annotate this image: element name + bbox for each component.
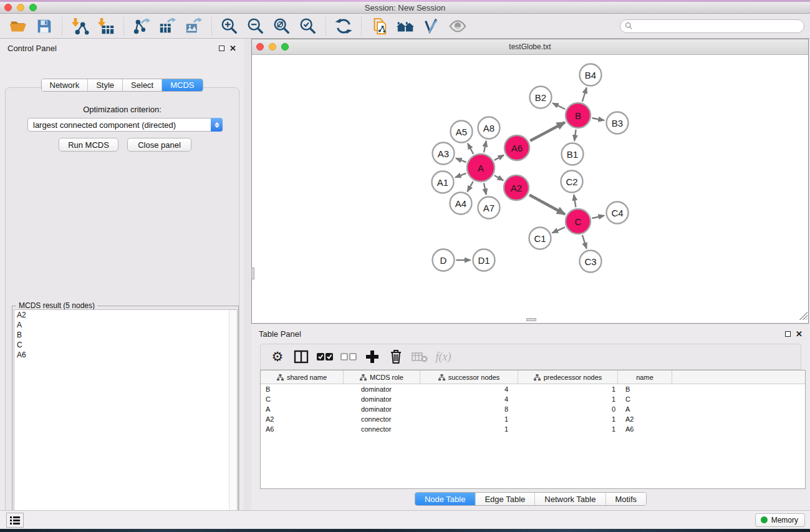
unselect-all-columns-icon[interactable] bbox=[339, 347, 358, 366]
graph-node-A6[interactable]: A6 bbox=[504, 135, 529, 160]
task-history-list-button[interactable] bbox=[6, 513, 24, 528]
graph-node-C3[interactable]: C3 bbox=[580, 251, 602, 273]
graph-edge-A-A6[interactable] bbox=[494, 155, 504, 160]
canvas-vertical-scrollbar-thumb[interactable] bbox=[251, 268, 254, 279]
column-header-shared-name[interactable]: shared name bbox=[261, 370, 344, 384]
open-session-icon[interactable] bbox=[8, 16, 28, 36]
result-list-scrollbar[interactable] bbox=[229, 310, 237, 515]
zoom-in-icon[interactable] bbox=[219, 16, 239, 36]
column-header-name[interactable]: name bbox=[618, 370, 672, 384]
graph-node-B4[interactable]: B4 bbox=[580, 64, 602, 86]
graph-node-C4[interactable]: C4 bbox=[607, 202, 629, 224]
search-input[interactable] bbox=[635, 21, 804, 32]
graph-node-D[interactable]: D bbox=[433, 249, 455, 271]
graph-node-A5[interactable]: A5 bbox=[451, 121, 473, 143]
graph-node-B3[interactable]: B3 bbox=[607, 112, 629, 134]
close-table-panel-icon[interactable]: ✕ bbox=[796, 331, 803, 337]
graph-node-A8[interactable]: A8 bbox=[478, 117, 500, 139]
graph-edge-A-A2[interactable] bbox=[494, 175, 503, 180]
close-panel-icon[interactable]: ✕ bbox=[229, 46, 236, 51]
memory-button[interactable]: Memory bbox=[755, 513, 805, 527]
column-header-successor-nodes[interactable]: successor nodes bbox=[420, 370, 518, 384]
table-settings-gear-icon[interactable]: ⚙ bbox=[268, 347, 287, 366]
zoom-selected-icon[interactable] bbox=[298, 16, 318, 36]
tab-mcds[interactable]: MCDS bbox=[162, 79, 202, 91]
window-resize-grip[interactable] bbox=[799, 312, 808, 320]
graph-edge-A6-B[interactable] bbox=[530, 122, 565, 141]
mcds-result-list[interactable]: A2ABCA6 bbox=[14, 309, 238, 515]
graph-node-C2[interactable]: C2 bbox=[561, 171, 583, 193]
column-header-predecessor-nodes[interactable]: predecessor nodes bbox=[518, 370, 618, 384]
graph-node-label: A1 bbox=[437, 177, 448, 188]
delete-column-trash-icon[interactable] bbox=[387, 347, 405, 366]
graph-node-B[interactable]: B bbox=[566, 103, 591, 128]
graph-node-B2[interactable]: B2 bbox=[530, 87, 552, 109]
graph-node-A1[interactable]: A1 bbox=[432, 172, 454, 193]
table-row-B[interactable]: Bdominator41B bbox=[261, 384, 805, 394]
graph-edge-A-A3[interactable] bbox=[456, 158, 466, 162]
graph-node-A3[interactable]: A3 bbox=[433, 143, 455, 165]
export-table-icon[interactable] bbox=[158, 16, 178, 36]
graph-edge-A-A8[interactable] bbox=[484, 141, 486, 152]
graph-edge-A-A7[interactable] bbox=[484, 183, 486, 194]
search-field[interactable] bbox=[620, 19, 804, 33]
close-panel-button[interactable]: Close panel bbox=[127, 138, 191, 152]
zoom-fit-icon[interactable] bbox=[272, 16, 292, 36]
zoom-out-icon[interactable] bbox=[246, 16, 266, 36]
table-row-A[interactable]: Adominator80A bbox=[261, 404, 805, 414]
clone-network-icon[interactable] bbox=[369, 16, 389, 36]
canvas-horizontal-scrollbar-thumb[interactable] bbox=[526, 318, 536, 321]
tab-motifs[interactable]: Motifs bbox=[605, 493, 646, 505]
run-mcds-button[interactable]: Run MCDS bbox=[59, 138, 118, 152]
graph-node-D1[interactable]: D1 bbox=[473, 249, 495, 271]
hide-labels-icon[interactable] bbox=[422, 16, 441, 36]
optimization-criterion-select[interactable]: largest connected component (directed) bbox=[27, 118, 223, 132]
save-session-icon[interactable] bbox=[34, 16, 54, 36]
graph-node-A[interactable]: A bbox=[467, 154, 494, 181]
float-panel-icon[interactable] bbox=[219, 46, 224, 51]
graph-node-A2[interactable]: A2 bbox=[504, 175, 529, 200]
select-all-columns-icon[interactable] bbox=[316, 347, 334, 366]
graph-edge-B-B2[interactable] bbox=[552, 103, 565, 109]
graph-edge-B-B1[interactable] bbox=[574, 130, 576, 141]
table-row-A6[interactable]: A6connector11A6 bbox=[261, 424, 805, 434]
create-column-plus-icon[interactable] bbox=[363, 347, 382, 366]
tab-edge-table[interactable]: Edge Table bbox=[475, 493, 535, 505]
graph-edge-A2-C[interactable] bbox=[529, 195, 565, 214]
graph-node-C1[interactable]: C1 bbox=[529, 228, 551, 249]
tab-node-table[interactable]: Node Table bbox=[415, 493, 476, 505]
graph-edge-C-C3[interactable] bbox=[582, 235, 587, 249]
network-canvas[interactable]: B4B2BB3A8A5A6A3B1AA1C2A2A4A7C4CC1C3DD1 bbox=[252, 55, 808, 321]
graph-edge-C-C2[interactable] bbox=[574, 195, 576, 207]
export-image-icon[interactable] bbox=[184, 16, 204, 36]
graph-edge-B-B3[interactable] bbox=[592, 118, 604, 120]
network-window-titlebar[interactable]: testGlobe.txt bbox=[252, 39, 808, 55]
node-table-header-row[interactable]: shared nameMCDS rolesuccessor nodesprede… bbox=[261, 370, 805, 384]
table-cell: 1 bbox=[518, 424, 618, 434]
table-row-A2[interactable]: A2connector11A2 bbox=[261, 414, 805, 424]
refresh-icon[interactable] bbox=[334, 16, 354, 36]
tab-network[interactable]: Network bbox=[41, 79, 88, 91]
graph-edge-C-C4[interactable] bbox=[592, 216, 604, 218]
graph-edge-B-B4[interactable] bbox=[582, 88, 587, 102]
float-table-panel-icon[interactable] bbox=[785, 331, 791, 337]
graph-edge-A-A5[interactable] bbox=[468, 143, 473, 154]
graph-node-B1[interactable]: B1 bbox=[562, 143, 584, 165]
import-table-icon[interactable] bbox=[96, 16, 116, 36]
tab-select[interactable]: Select bbox=[123, 79, 162, 91]
import-network-icon[interactable] bbox=[70, 16, 90, 36]
graph-edge-A-A1[interactable] bbox=[455, 173, 466, 178]
show-all-networks-icon[interactable] bbox=[395, 16, 415, 36]
graph-node-C[interactable]: C bbox=[566, 209, 591, 234]
graph-node-A7[interactable]: A7 bbox=[478, 197, 500, 219]
graph-node-label: A6 bbox=[511, 143, 523, 153]
graph-edge-A-A4[interactable] bbox=[468, 181, 473, 191]
graph-node-A4[interactable]: A4 bbox=[450, 193, 472, 215]
export-network-icon[interactable] bbox=[132, 16, 152, 36]
column-header-MCDS-role[interactable]: MCDS role bbox=[344, 370, 420, 384]
tab-style[interactable]: Style bbox=[88, 79, 123, 91]
table-row-C[interactable]: Cdominator41C bbox=[261, 394, 805, 404]
tab-network-table[interactable]: Network Table bbox=[535, 493, 605, 505]
graph-edge-C-C1[interactable] bbox=[552, 227, 565, 233]
show-columns-icon[interactable] bbox=[292, 347, 311, 366]
